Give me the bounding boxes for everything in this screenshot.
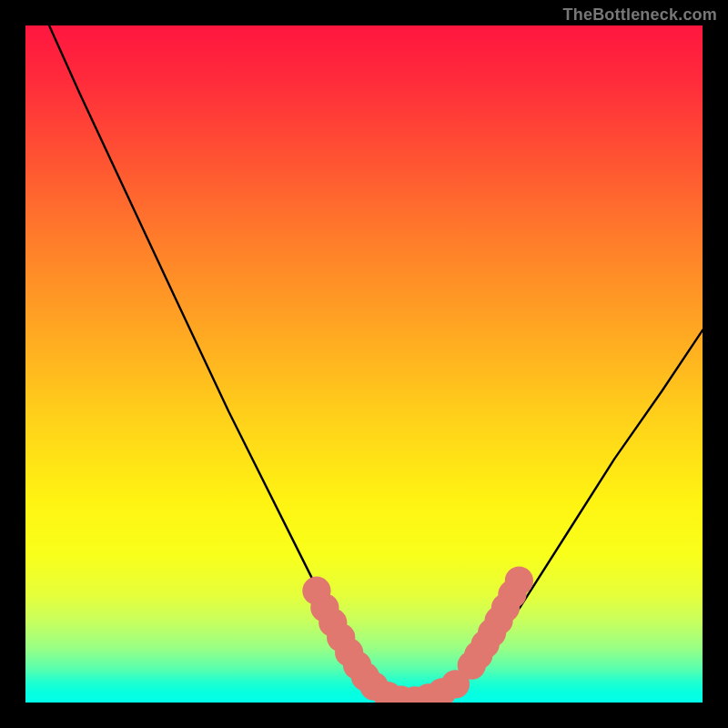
- plot-area: [25, 25, 703, 703]
- series-bottleneck-curve: [49, 25, 703, 703]
- marker-group: [302, 566, 533, 703]
- chart-svg: [25, 25, 703, 703]
- marker-dot: [505, 566, 533, 594]
- chart-frame: TheBottleneck.com: [0, 0, 728, 728]
- watermark-label: TheBottleneck.com: [563, 5, 717, 25]
- curve-group: [49, 25, 703, 703]
